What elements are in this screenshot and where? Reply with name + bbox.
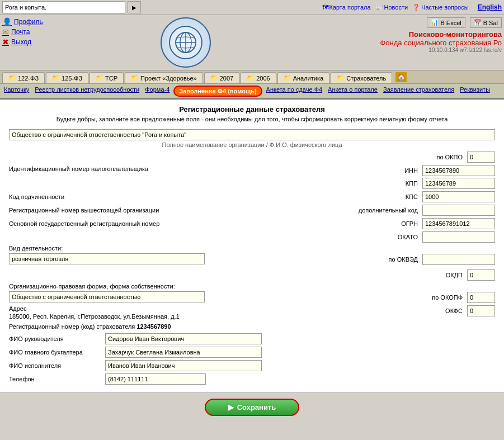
portal-title: Поисково-мониторингова — [291, 30, 502, 39]
telefon-label: Телефон — [9, 376, 98, 382]
exit-link[interactable]: ✖ Выход — [2, 37, 81, 46]
nav-tabs: 📁 122-ФЗ 📁 125-ФЗ 📁 ТСР 📁 Проект «Здоров… — [0, 70, 504, 84]
fio-ruk-input[interactable] — [105, 333, 262, 344]
inn-input[interactable] — [422, 165, 495, 176]
top-nav-links: 🗺 Карта портала 📰 Новости ❓ Частые вопро… — [322, 4, 469, 11]
top-bar: ▶ 🗺 Карта портала 📰 Новости ❓ Частые воп… — [0, 0, 504, 15]
kps-input[interactable] — [422, 191, 495, 202]
news-link[interactable]: 📰 Новости — [375, 4, 408, 11]
excel-button[interactable]: 📊 В Excel — [427, 17, 465, 28]
subnav-anketa-portale[interactable]: Анкета о портале — [326, 86, 379, 97]
map-icon: 🗺 — [322, 4, 328, 11]
logo-area — [81, 17, 291, 68]
kpp-label: КПП — [406, 180, 418, 187]
logo — [161, 17, 211, 68]
home-icon[interactable]: 🏠 — [395, 72, 407, 82]
tab-125fz[interactable]: 📁 125-ФЗ — [46, 72, 88, 83]
fio-isp-label: ФИО исполнителя — [9, 362, 98, 369]
inn-full-label: Идентификационный номер налогоплательщик… — [9, 165, 148, 172]
main-content: Регистрационные данные страхователя Будь… — [0, 100, 504, 392]
right-header: 📊 В Excel 📅 В Sal Поисково-мониторингова… — [291, 17, 502, 53]
folder-icon-6: 📁 — [284, 74, 291, 82]
okpo-input[interactable] — [467, 152, 495, 163]
kpp-input[interactable] — [422, 178, 495, 189]
podchinennosti-label: Код подчиненности — [9, 193, 64, 200]
export-links: 📊 В Excel 📅 В Sal — [291, 17, 502, 28]
fio-buh-label: ФИО главного бухгалтера — [9, 349, 98, 356]
folder-icon-1: 📁 — [52, 74, 60, 82]
profile-link[interactable]: 👤 Профиль — [2, 17, 81, 26]
tab-2007[interactable]: 📁 2007 — [204, 72, 239, 83]
folder-icon-7: 📁 — [337, 74, 345, 82]
subnav-zayavlenie[interactable]: Заявление страхователя — [381, 86, 456, 97]
subnav-zapolnenie[interactable]: Заполнение Ф4 (помощь) — [173, 86, 262, 97]
folder-icon-0: 📁 — [8, 74, 16, 82]
addr-label: Адрес — [9, 305, 350, 312]
dop-kod-label: дополнительный код — [359, 207, 418, 214]
fio-isp-input[interactable] — [105, 360, 262, 371]
language-switcher[interactable]: English — [478, 3, 502, 11]
tab-zdorovie[interactable]: 📁 Проект «Здоровье» — [125, 72, 203, 83]
folder-icon-4: 📁 — [210, 74, 218, 82]
okfs-input[interactable] — [467, 305, 495, 316]
mail-link[interactable]: ✉ Почта — [2, 27, 81, 36]
okopf-input[interactable] — [467, 292, 495, 303]
reg-nom-label: Регистрационный номер вышестоящей органи… — [9, 207, 159, 214]
org-name-label: Полное наименование организации / Ф.И.О.… — [9, 141, 495, 148]
header-area: 👤 Профиль ✉ Почта ✖ Выход — [0, 15, 504, 70]
ogrn-input[interactable] — [422, 218, 495, 229]
exit-icon: ✖ — [2, 37, 9, 46]
telefon-input[interactable] — [105, 373, 206, 385]
reg-nom-strah-label: Регистрационный номер (код) страхователя — [9, 323, 135, 330]
excel-icon: 📊 — [431, 19, 439, 26]
logo-inner — [169, 26, 202, 59]
okfs-label: ОКФС — [445, 307, 463, 314]
vid-deyat-input[interactable] — [9, 253, 205, 264]
page-title: Регистрационные данные страхователя — [9, 105, 495, 113]
search-button[interactable]: ▶ — [128, 1, 141, 13]
org-name-input[interactable] — [9, 129, 495, 140]
okdp-label: ОКДП — [446, 272, 463, 278]
fio-buh-input[interactable] — [105, 347, 262, 358]
subnav-kartochku[interactable]: Карточку — [2, 86, 31, 97]
tab-strahovatel[interactable]: 📁 Страхователь — [331, 72, 392, 83]
map-portal-link[interactable]: 🗺 Карта портала — [322, 4, 371, 11]
ogrn-label: ОГРН — [401, 220, 418, 227]
org-form-input[interactable] — [9, 291, 205, 302]
vid-deyat-label: Вид деятельности: — [9, 245, 350, 252]
tab-122fz[interactable]: 📁 122-ФЗ — [2, 72, 45, 83]
save-button[interactable]: ▶ Сохранить — [205, 399, 300, 416]
cal-icon: 📅 — [474, 19, 482, 26]
page-subtitle: Будьте добры, заполните все предложенные… — [9, 116, 495, 122]
fio-ruk-label: ФИО руководителя — [9, 335, 98, 342]
portal-url: 10.10.0.134 w7.fz122.fss.ru/v — [291, 47, 502, 53]
news-icon: 📰 — [375, 4, 383, 11]
sub-navigation: Карточку Реестр листков нетрудоспособнос… — [0, 84, 504, 100]
save-cal-button[interactable]: 📅 В Sal — [470, 17, 502, 28]
tab-tsr[interactable]: 📁 ТСР — [90, 72, 124, 83]
inn-label: ИНН — [404, 167, 418, 174]
subnav-anketa[interactable]: Анкета по сдаче Ф4 — [265, 86, 324, 97]
okato-input[interactable] — [422, 231, 495, 243]
okopf-label: по ОКОПФ — [432, 294, 463, 301]
search-input[interactable] — [2, 1, 125, 13]
basic-reg-label: Основной государственный регистрационный… — [9, 220, 159, 227]
folder-icon-5: 📁 — [247, 74, 255, 82]
okdp-input[interactable] — [467, 269, 495, 281]
org-form-label: Организационно-правовая форма, форма соб… — [9, 283, 350, 290]
dop-kod-input[interactable] — [422, 205, 495, 216]
subnav-reestr[interactable]: Реестр листков нетрудоспособности — [33, 86, 141, 97]
save-arrow-icon: ▶ — [228, 403, 234, 411]
tab-2006[interactable]: 📁 2006 — [241, 72, 276, 83]
save-area: ▶ Сохранить — [0, 392, 504, 422]
faq-link[interactable]: ❓ Частые вопросы — [412, 4, 469, 11]
mail-icon: ✉ — [2, 27, 9, 36]
faq-icon: ❓ — [412, 4, 420, 11]
profile-icon: 👤 — [2, 17, 12, 26]
okved-input[interactable] — [422, 254, 495, 265]
okpo-label: по ОКПО — [395, 154, 463, 160]
folder-icon-3: 📁 — [131, 74, 139, 82]
subnav-forma4[interactable]: Форма-4 — [143, 86, 171, 97]
tab-analitika[interactable]: 📁 Аналитика — [277, 72, 329, 83]
subnav-rekvizity[interactable]: Реквизиты — [458, 86, 492, 97]
